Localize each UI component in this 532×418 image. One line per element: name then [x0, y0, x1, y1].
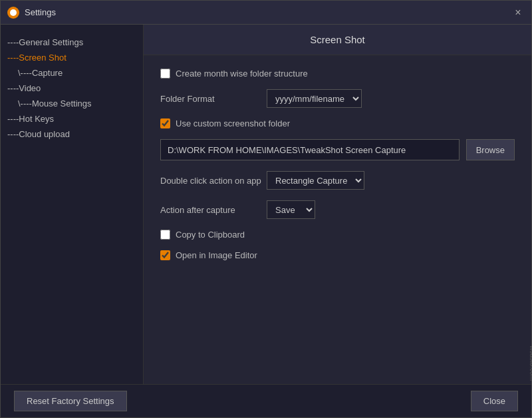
content-area: ----General Settings ----Screen Shot \--… — [1, 25, 531, 384]
folder-path-input[interactable] — [160, 139, 460, 160]
use-custom-label[interactable]: Use custom screenshot folder — [176, 118, 290, 128]
double-click-label: Double click action on app — [160, 176, 267, 186]
title-bar: Settings × — [1, 1, 531, 25]
browse-button[interactable]: Browse — [466, 139, 515, 160]
double-click-row: Double click action on app Rectangle Cap… — [160, 171, 515, 190]
window-title: Settings — [25, 7, 511, 17]
folder-format-label: Folder Format — [160, 94, 267, 104]
use-custom-checkbox[interactable] — [160, 118, 170, 128]
double-click-select[interactable]: Rectangle Capture Full Screen Active Win… — [267, 171, 364, 190]
open-editor-label[interactable]: Open in Image Editor — [176, 250, 257, 260]
use-custom-row: Use custom screenshot folder — [160, 118, 515, 128]
create-month-label[interactable]: Create month wise folder structure — [176, 69, 308, 79]
svg-point-0 — [10, 9, 17, 16]
sidebar-item-general[interactable]: ----General Settings — [7, 35, 136, 50]
footer: Reset Factory Settings Close — [1, 384, 531, 417]
create-month-checkbox[interactable] — [160, 69, 170, 79]
reset-factory-button[interactable]: Reset Factory Settings — [14, 391, 127, 411]
folder-format-select[interactable]: yyyy/mm/filename yyyy/dd/filename filena… — [267, 89, 362, 108]
panel-header: Screen Shot — [144, 25, 531, 55]
action-after-capture-select[interactable]: Save Copy Share — [267, 200, 315, 219]
app-icon — [7, 7, 19, 19]
sidebar-item-hotkeys[interactable]: ----Hot Keys — [7, 111, 136, 126]
copy-clipboard-checkbox[interactable] — [160, 230, 170, 240]
open-editor-row: Open in Image Editor — [160, 250, 515, 260]
close-button[interactable]: Close — [471, 391, 518, 411]
main-panel: Screen Shot Create month wise folder str… — [144, 25, 531, 384]
copy-clipboard-label[interactable]: Copy to Clipboard — [176, 230, 245, 240]
watermark: wsasto.com — [529, 345, 532, 381]
open-editor-checkbox[interactable] — [160, 250, 170, 260]
sidebar-item-video[interactable]: ----Video — [7, 81, 136, 96]
sidebar-item-capture[interactable]: \----Capture — [7, 65, 136, 81]
settings-window: Settings × ----General Settings ----Scre… — [0, 0, 532, 418]
folder-path-row: Browse — [160, 139, 515, 160]
create-month-row: Create month wise folder structure — [160, 69, 515, 79]
sidebar: ----General Settings ----Screen Shot \--… — [1, 25, 144, 384]
sidebar-item-screenshot[interactable]: ----Screen Shot — [7, 50, 136, 65]
action-after-capture-label: Action after capture — [160, 205, 267, 215]
panel-body: Create month wise folder structure Folde… — [144, 55, 531, 384]
sidebar-item-mouse[interactable]: \----Mouse Settings — [7, 96, 136, 111]
sidebar-item-cloud[interactable]: ----Cloud upload — [7, 126, 136, 142]
close-icon[interactable]: × — [511, 6, 525, 19]
folder-format-row: Folder Format yyyy/mm/filename yyyy/dd/f… — [160, 89, 515, 108]
action-after-capture-row: Action after capture Save Copy Share — [160, 200, 515, 219]
copy-clipboard-row: Copy to Clipboard — [160, 230, 515, 240]
